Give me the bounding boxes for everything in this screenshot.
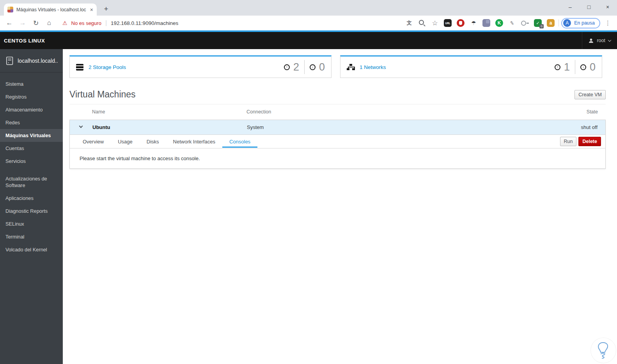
- help-bulb-widget[interactable]: [591, 338, 616, 363]
- new-tab-button[interactable]: +: [101, 4, 112, 14]
- lightbulb-extension-icon[interactable]: [521, 19, 529, 27]
- vm-section-header: Virtual Machines Create VM: [69, 89, 606, 100]
- storage-pools-link[interactable]: 2 Storage Pools: [76, 64, 126, 71]
- tab-usage[interactable]: Usage: [111, 135, 140, 148]
- sidebar-item-almacenamiento[interactable]: Almacenamiento: [0, 103, 63, 116]
- server-icon: [5, 56, 14, 65]
- sidebar-item-terminal[interactable]: Terminal: [0, 230, 63, 243]
- address-bar[interactable]: ⚠ No es seguro | 192.168.0.11:9090/machi…: [62, 19, 178, 27]
- browser-profile-button[interactable]: A En pausa: [561, 18, 600, 28]
- adblock-extension-icon[interactable]: [457, 19, 465, 27]
- user-name: root: [597, 38, 605, 43]
- column-header-name: Name: [69, 109, 246, 115]
- window-controls: – □ ×: [561, 0, 617, 14]
- sidebar-item-servicios[interactable]: Servicios: [0, 155, 63, 168]
- security-warning-icon[interactable]: ⚠: [62, 20, 67, 26]
- vm-detail-tabbar: Overview Usage Disks Network Interfaces …: [70, 134, 605, 148]
- url-text[interactable]: 192.168.0.11:9090/machines: [111, 20, 178, 26]
- browser-tab[interactable]: Máquinas Virtuales - localhost.loc ×: [4, 4, 97, 16]
- reload-icon[interactable]: ↻: [30, 18, 41, 28]
- vm-list-panel: Ubuntu System shut off Overview Usage Di…: [69, 120, 606, 169]
- keepa-extension-icon[interactable]: K: [495, 19, 503, 27]
- run-button[interactable]: Run: [560, 137, 577, 146]
- vm-table-header: Name Connection State: [69, 104, 606, 120]
- toolbar-divider: [558, 19, 559, 27]
- back-icon[interactable]: ←: [4, 18, 15, 28]
- storage-pools-label[interactable]: 2 Storage Pools: [89, 64, 126, 70]
- translate-icon[interactable]: 文: [405, 19, 413, 27]
- sidebar-item-diagnostic-reports[interactable]: Diagnostic Reports: [0, 205, 63, 217]
- vm-tabs: Overview Usage Disks Network Interfaces …: [76, 135, 257, 148]
- page-title: Virtual Machines: [69, 89, 136, 100]
- networks-stats: ↑ 1 ↓ 0: [555, 60, 596, 74]
- tab-network-interfaces[interactable]: Network Interfaces: [166, 135, 222, 148]
- storage-pools-stats: ↑ 2 ↓ 0: [284, 60, 325, 74]
- sidebar-nav: Sistema Registros Almacenamiento Redes M…: [0, 72, 63, 256]
- storage-down-count: 0: [319, 61, 325, 73]
- cockpit-favicon: [7, 7, 13, 12]
- arrow-circle-down-icon: ↓: [310, 64, 316, 70]
- tab-consoles[interactable]: Consoles: [222, 135, 257, 148]
- user-menu[interactable]: root: [582, 32, 617, 49]
- umbrella-extension-icon[interactable]: ☂: [470, 19, 477, 27]
- lightbulb-icon: [595, 341, 612, 360]
- sidebar-item-cuentas[interactable]: Cuentas: [0, 142, 63, 155]
- extension-badge: 0: [539, 24, 544, 28]
- bookmark-star-icon[interactable]: ☆: [431, 19, 439, 27]
- brand-title: CENTOS LINUX: [0, 38, 45, 44]
- networks-link[interactable]: 1 Networks: [347, 64, 386, 70]
- vm-connection: System: [247, 124, 543, 130]
- browser-menu-icon[interactable]: ⋮: [603, 19, 613, 27]
- tab-title: Máquinas Virtuales - localhost.loc: [16, 7, 87, 12]
- tab-overview[interactable]: Overview: [76, 135, 111, 148]
- arrow-circle-up-icon: ↑: [284, 64, 290, 70]
- browser-toolbar: ← → ↻ ⌂ ⚠ No es seguro | 192.168.0.11:90…: [0, 16, 617, 30]
- sidebar-item-aplicaciones[interactable]: Aplicaciones: [0, 192, 63, 205]
- url-extension-icon[interactable]: URL: [444, 19, 452, 27]
- storage-pools-icon: [76, 64, 83, 71]
- chevron-down-icon: [608, 38, 611, 41]
- sidebar-item-volcado-del-kernel[interactable]: Volcado del Kernel: [0, 243, 63, 256]
- networks-card: 1 Networks ↑ 1 ↓ 0: [340, 55, 602, 78]
- networks-label[interactable]: 1 Networks: [360, 64, 386, 70]
- window-close-button[interactable]: ×: [598, 0, 617, 14]
- shopping-extension-icon[interactable]: a: [547, 19, 555, 27]
- host-name: localhost.locald...: [18, 58, 58, 64]
- overview-cards: 2 Storage Pools ↑ 2 ↓ 0 1 Networks: [69, 55, 602, 78]
- forward-icon[interactable]: →: [17, 18, 28, 28]
- brush-extension-icon[interactable]: ✎: [508, 18, 517, 27]
- sidebar-item-sistema[interactable]: Sistema: [0, 78, 63, 90]
- arrow-circle-down-icon: ↓: [580, 64, 586, 70]
- column-header-connection: Connection: [246, 109, 543, 115]
- shield-check-extension-icon[interactable]: ✓0: [534, 19, 542, 27]
- sidebar-item-registros[interactable]: Registros: [0, 90, 63, 103]
- sidebar-item-redes[interactable]: Redes: [0, 116, 63, 129]
- toolbar-right-icons: 文 ☆ URL ☂ K ✎ ✓0 a: [405, 19, 556, 27]
- create-vm-button[interactable]: Create VM: [574, 90, 606, 99]
- host-selector[interactable]: localhost.locald...: [0, 49, 63, 72]
- vm-state-badge: shut off: [543, 124, 605, 130]
- zoom-out-icon[interactable]: [418, 19, 426, 27]
- sidebar-item-actualizaciones-de-software[interactable]: Actualizaciones de Software: [0, 172, 63, 192]
- screen: Máquinas Virtuales - localhost.loc × + –…: [0, 0, 617, 364]
- security-warning-label[interactable]: No es seguro: [71, 20, 101, 26]
- home-icon[interactable]: ⌂: [44, 18, 55, 28]
- console-message: Please start the virtual machine to acce…: [80, 155, 200, 161]
- window-minimize-button[interactable]: –: [561, 0, 580, 14]
- console-panel: Please start the virtual machine to acce…: [70, 148, 605, 168]
- purple-extension-icon[interactable]: [482, 19, 490, 27]
- sidebar-item-selinux[interactable]: SELinux: [0, 217, 63, 230]
- vm-action-buttons: Run Delete: [560, 137, 605, 146]
- tab-disks[interactable]: Disks: [140, 135, 166, 148]
- address-divider: |: [105, 19, 107, 27]
- storage-up-count: 2: [293, 61, 299, 73]
- tab-close-icon[interactable]: ×: [90, 7, 93, 12]
- window-maximize-button[interactable]: □: [580, 0, 598, 14]
- main-content: 2 Storage Pools ↑ 2 ↓ 0 1 Networks: [63, 49, 617, 364]
- delete-button[interactable]: Delete: [578, 137, 601, 146]
- cockpit-masthead: CENTOS LINUX root: [0, 32, 617, 49]
- table-row-ubuntu[interactable]: Ubuntu System shut off: [70, 120, 605, 134]
- network-up-count: 1: [564, 61, 570, 73]
- profile-status-label: En pausa: [574, 20, 595, 26]
- sidebar-item-maquinas-virtuales[interactable]: Máquinas Virtuales: [0, 129, 63, 142]
